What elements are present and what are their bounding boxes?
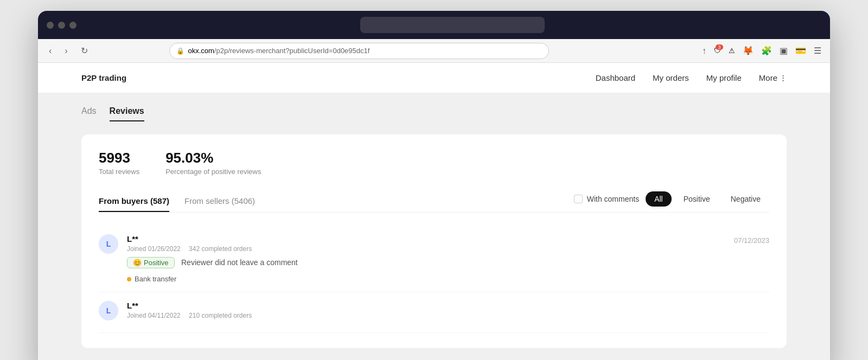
filter-btn-negative[interactable]: Negative (722, 191, 769, 207)
close-button[interactable] (47, 22, 54, 29)
url-display: okx.com/p2p/reviews-merchant?publicUserI… (188, 47, 542, 55)
share-icon[interactable]: ↑ (700, 44, 709, 58)
payment-method: Bank transfer (135, 275, 176, 283)
positive-pct-value: 95.03% (165, 150, 261, 166)
nav-bar: ‹ › ↻ 🔒 okx.com/p2p/reviews-merchant?pub… (38, 39, 830, 63)
traffic-lights (47, 22, 76, 29)
browser-window: ‹ › ↻ 🔒 okx.com/p2p/reviews-merchant?pub… (38, 11, 830, 360)
tab-group: From buyers (587) From sellers (5406) (99, 191, 574, 212)
reviewer-joined: Joined 01/26/2022 (127, 245, 181, 253)
minimize-button[interactable] (58, 22, 65, 29)
review-sentiment-row: 😊 Positive Reviewer did not leave a comm… (127, 257, 725, 272)
site-logo: P2P trading (81, 73, 126, 82)
positive-pct-label: Percentage of positive reviews (165, 168, 261, 176)
forward-button[interactable]: › (60, 44, 72, 58)
refresh-button[interactable]: ↻ (76, 43, 92, 58)
main-content: 5993 Total reviews 95.03% Percentage of … (38, 121, 830, 360)
tab-from-buyers[interactable]: From buyers (587) (99, 191, 169, 212)
url-bar[interactable]: 🔒 okx.com/p2p/reviews-merchant?publicUse… (169, 43, 549, 59)
title-bar (38, 11, 830, 39)
nav-item-my-profile[interactable]: My profile (706, 73, 742, 82)
review-date: 07/12/2023 (734, 234, 769, 283)
reviews-card: 5993 Total reviews 95.03% Percentage of … (81, 134, 787, 348)
avatar: L (99, 234, 118, 254)
nav-item-more[interactable]: More ⋮ (759, 73, 787, 82)
back-button[interactable]: ‹ (44, 44, 56, 58)
reviewer-name: L** (127, 301, 769, 310)
review-sentiment-badge: 😊 Positive (127, 257, 175, 268)
title-bar-input[interactable] (360, 17, 545, 33)
with-comments-label: With comments (587, 195, 639, 203)
stats-row: 5993 Total reviews 95.03% Percentage of … (99, 150, 769, 176)
site-header: P2P trading Dashboard My orders My profi… (38, 63, 830, 93)
warning-button[interactable]: ⚠ (726, 44, 737, 57)
nav-item-my-orders[interactable]: My orders (653, 73, 689, 82)
address-bar-area (83, 17, 821, 33)
shield-badge: 3 (716, 44, 723, 50)
maximize-button[interactable] (69, 22, 76, 29)
fox-icon[interactable]: 🦊 (741, 43, 756, 58)
avatar: L (99, 301, 118, 320)
total-reviews-label: Total reviews (99, 168, 139, 176)
filter-row: From buyers (587) From sellers (5406) Wi… (99, 191, 769, 213)
sub-nav: Ads Reviews (38, 93, 830, 121)
with-comments-filter[interactable]: With comments (574, 195, 639, 203)
wallet-icon[interactable]: 💳 (793, 43, 808, 58)
sidebar-icon[interactable]: ▣ (777, 43, 790, 58)
site-nav: Dashboard My orders My profile More ⋮ (596, 73, 787, 82)
review-payment: Bank transfer (127, 275, 725, 283)
lock-icon: 🔒 (176, 47, 184, 55)
reviewer-name: L** (127, 234, 725, 243)
nav-actions: ↑ 🛡 3 ⚠ 🦊 🧩 ▣ 💳 ☰ (700, 43, 824, 58)
reviewer-joined: Joined 04/11/2022 (127, 312, 181, 319)
tab-from-sellers[interactable]: From sellers (5406) (184, 191, 255, 212)
filter-right: With comments All Positive Negative (574, 191, 769, 212)
sentiment-label: Positive (144, 259, 169, 267)
filter-btn-all[interactable]: All (646, 191, 672, 207)
review-item: L L** Joined 04/11/2022 210 completed or… (99, 292, 769, 333)
reviewer-meta: Joined 01/26/2022 342 completed orders (127, 245, 725, 253)
nav-item-dashboard[interactable]: Dashboard (596, 73, 635, 82)
positive-pct-stat: 95.03% Percentage of positive reviews (165, 150, 261, 176)
shield-button[interactable]: 🛡 3 (712, 44, 723, 57)
reviewer-meta: Joined 04/11/2022 210 completed orders (127, 312, 769, 319)
review-comment: Reviewer did not leave a comment (181, 258, 298, 267)
warning-icon: ⚠ (729, 47, 735, 55)
menu-icon[interactable]: ☰ (812, 43, 824, 58)
sub-nav-ads[interactable]: Ads (81, 102, 97, 121)
review-item: L L** Joined 01/26/2022 342 completed or… (99, 226, 769, 292)
page: P2P trading Dashboard My orders My profi… (38, 63, 830, 360)
total-reviews-stat: 5993 Total reviews (99, 150, 139, 176)
sub-nav-reviews[interactable]: Reviews (110, 102, 144, 121)
filter-btn-positive[interactable]: Positive (675, 191, 719, 207)
with-comments-checkbox[interactable] (574, 195, 583, 203)
reviewer-orders: 210 completed orders (189, 312, 252, 319)
review-body: L** Joined 04/11/2022 210 completed orde… (127, 301, 769, 324)
extensions-icon[interactable]: 🧩 (759, 43, 774, 58)
reviewer-orders: 342 completed orders (189, 245, 252, 253)
review-body: L** Joined 01/26/2022 342 completed orde… (127, 234, 725, 283)
payment-dot (127, 277, 131, 281)
sentiment-emoji: 😊 (133, 259, 142, 267)
total-reviews-value: 5993 (99, 150, 139, 166)
filter-buttons: All Positive Negative (646, 191, 769, 207)
